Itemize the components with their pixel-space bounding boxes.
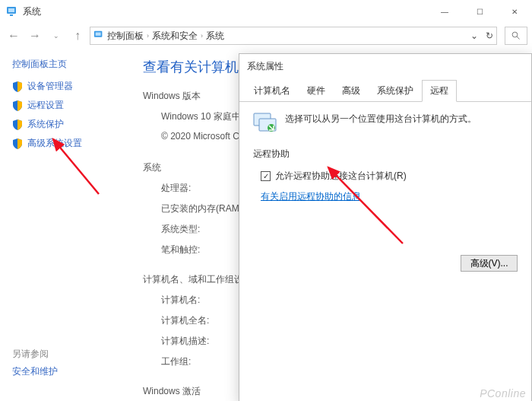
sidebar-item-label: 系统保护 — [27, 118, 64, 131]
svg-line-6 — [517, 37, 519, 39]
see-also-heading: 另请参阅 — [12, 348, 125, 361]
sidebar-item-advanced-system-settings[interactable]: 高级系统设置 — [12, 137, 125, 150]
svg-point-5 — [512, 32, 518, 37]
sidebar-item-label: 设备管理器 — [27, 80, 73, 93]
search-icon — [511, 31, 521, 40]
svg-rect-4 — [96, 32, 101, 35]
shield-icon — [12, 138, 23, 149]
breadcrumb-lvl2[interactable]: 系统 — [206, 30, 224, 43]
dropdown-icon[interactable]: ⌄ — [470, 30, 478, 41]
sidebar-item-system-protection[interactable]: 系统保护 — [12, 118, 125, 131]
checkbox-icon[interactable] — [261, 171, 271, 181]
sidebar-item-remote-settings[interactable]: 远程设置 — [12, 99, 125, 112]
tab-remote[interactable]: 远程 — [422, 80, 457, 102]
breadcrumb-root[interactable]: 控制面板 — [107, 30, 144, 43]
up-button[interactable]: ↑ — [68, 27, 87, 45]
tab-hardware[interactable]: 硬件 — [299, 80, 334, 102]
tab-advanced[interactable]: 高级 — [334, 80, 369, 102]
dialog-tabs: 计算机名 硬件 高级 系统保护 远程 — [239, 79, 531, 102]
see-also-security-link[interactable]: 安全和维护 — [12, 365, 125, 378]
shield-icon — [12, 81, 23, 92]
watermark: PConline — [480, 387, 526, 399]
maximize-button[interactable]: ☐ — [462, 0, 497, 23]
sidebar: 控制面板主页 设备管理器 远程设置 系统保护 高级系统设置 另请参阅 安全和维护 — [0, 49, 137, 401]
svg-rect-2 — [10, 14, 13, 16]
tab-system-protection[interactable]: 系统保护 — [369, 80, 422, 102]
remote-description: 选择可以从另一个位置使用这台计算机的方式。 — [285, 113, 477, 126]
control-panel-home-link[interactable]: 控制面板主页 — [12, 58, 125, 71]
shield-icon — [12, 100, 23, 111]
dialog-title: 系统属性 — [239, 54, 531, 79]
chevron-right-icon: › — [198, 32, 206, 40]
system-properties-dialog: 系统属性 计算机名 硬件 高级 系统保护 远程 选择可以从另一个位置使用这台计算… — [239, 53, 532, 401]
remote-assistance-group: 远程协助 — [253, 148, 518, 161]
sidebar-item-label: 远程设置 — [27, 99, 64, 112]
close-button[interactable]: ✕ — [497, 0, 532, 23]
dialog-body: 选择可以从另一个位置使用这台计算机的方式。 远程协助 允许远程协助连接这台计算机… — [239, 102, 531, 214]
back-button[interactable]: ← — [5, 27, 23, 45]
refresh-icon[interactable]: ↻ — [486, 30, 493, 41]
sidebar-item-device-manager[interactable]: 设备管理器 — [12, 80, 125, 93]
svg-rect-1 — [8, 8, 14, 12]
remote-monitor-icon — [253, 113, 277, 134]
shield-icon — [12, 119, 23, 130]
chevron-right-icon: › — [144, 32, 152, 40]
system-icon — [6, 5, 18, 18]
allow-remote-assistance-label: 允许远程协助连接这台计算机(R) — [275, 170, 407, 183]
sidebar-item-label: 高级系统设置 — [27, 137, 82, 150]
tab-computer-name[interactable]: 计算机名 — [245, 80, 299, 102]
system-icon — [93, 30, 104, 43]
history-dropdown[interactable]: ⌄ — [47, 27, 65, 45]
forward-button[interactable]: → — [26, 27, 44, 45]
window-titlebar: 系统 — ☐ ✕ — [0, 0, 532, 23]
advanced-button[interactable]: 高级(V)... — [461, 255, 518, 272]
remote-assistance-info-link[interactable]: 有关启用远程协助的信息 — [261, 190, 518, 203]
minimize-button[interactable]: — — [427, 0, 462, 23]
allow-remote-assistance-checkbox-row[interactable]: 允许远程协助连接这台计算机(R) — [261, 170, 518, 183]
address-bar-row: ← → ⌄ ↑ 控制面板 › 系统和安全 › 系统 ⌄ ↻ — [0, 23, 532, 49]
breadcrumb[interactable]: 控制面板 › 系统和安全 › 系统 ⌄ ↻ — [90, 27, 497, 45]
breadcrumb-lvl1[interactable]: 系统和安全 — [152, 30, 198, 43]
window-controls: — ☐ ✕ — [427, 0, 532, 23]
search-input[interactable] — [505, 27, 527, 45]
address-right-controls: ⌄ ↻ — [470, 30, 493, 41]
window-title: 系统 — [23, 5, 427, 18]
